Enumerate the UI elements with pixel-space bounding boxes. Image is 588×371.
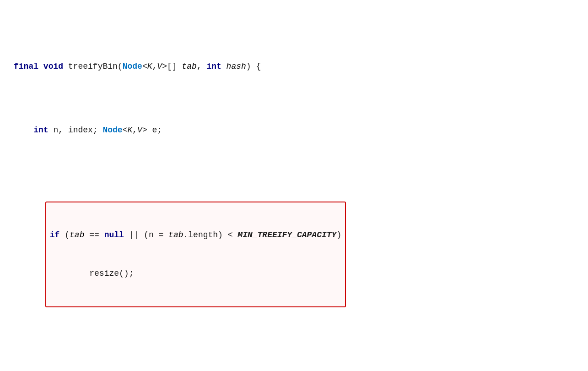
line-3-4-highlighted: if (tab == null || (n = tab.length) < MI…	[14, 189, 588, 320]
line-1: final void treeifyBin(Node<K,V>[] tab, i…	[14, 60, 588, 73]
code-block: final void treeifyBin(Node<K,V>[] tab, i…	[14, 9, 588, 371]
code-viewer: final void treeifyBin(Node<K,V>[] tab, i…	[14, 9, 588, 371]
line-2: int n, index; Node<K,V> e;	[14, 124, 588, 137]
